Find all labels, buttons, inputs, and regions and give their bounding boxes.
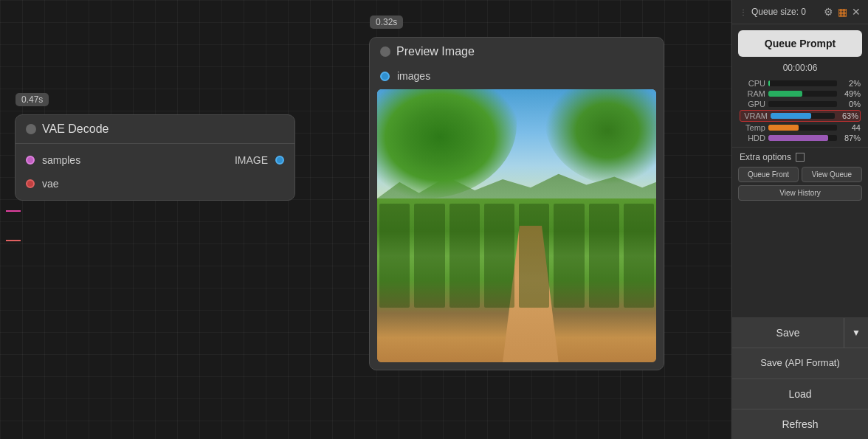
vine-row-1	[379, 204, 410, 308]
view-history-button[interactable]: View History	[738, 185, 862, 201]
save-api-button[interactable]: Save (API Format)	[732, 348, 868, 378]
gpu-stat-row: GPU 0%	[740, 100, 861, 108]
gear-icon[interactable]: ⚙	[824, 6, 833, 18]
vae-node-ports: samples IMAGE vae	[16, 144, 294, 200]
refresh-button[interactable]: Refresh	[732, 409, 868, 439]
temp-bar	[768, 125, 799, 131]
vine-row-6	[554, 204, 584, 308]
vae-decode-node: 0.47s VAE Decode samples IMAGE vae	[15, 114, 295, 201]
vram-stat-row: VRAM 63%	[740, 110, 861, 122]
vine-row-8	[624, 204, 654, 308]
ram-stat-row: RAM 49%	[740, 89, 861, 98]
images-port-dot[interactable]	[380, 72, 390, 81]
hdd-bar	[768, 135, 828, 141]
ram-bar-container	[768, 91, 837, 97]
ram-value: 49%	[840, 89, 861, 98]
image-port-label: IMAGE	[235, 154, 268, 166]
temp-stat-row: Temp 44	[740, 123, 861, 132]
preview-node-title: Preview Image	[396, 45, 475, 58]
vram-bar	[771, 113, 811, 119]
vine-rows	[377, 204, 656, 308]
queue-header: ⋮ Queue size: 0 ⚙ ▦ ✕	[732, 0, 868, 24]
cpu-label: CPU	[740, 79, 765, 88]
images-port-row: images	[370, 66, 664, 89]
queue-dots-icon: ⋮	[740, 8, 747, 16]
vine-row-7	[589, 204, 619, 308]
save-button[interactable]: Save	[732, 318, 844, 348]
extra-options-checkbox[interactable]	[796, 153, 805, 162]
right-panel: ⋮ Queue size: 0 ⚙ ▦ ✕ Queue Prompt 00:00…	[731, 0, 868, 439]
cpu-bar	[768, 80, 770, 86]
temp-bar-container	[768, 125, 837, 131]
images-port-label: images	[397, 70, 430, 82]
queue-prompt-button[interactable]: Queue Prompt	[738, 30, 862, 57]
vae-node-status-dot	[26, 124, 36, 134]
save-row: Save ▼	[732, 317, 868, 348]
vine-row-3	[450, 204, 480, 308]
gpu-label: GPU	[740, 100, 765, 108]
vae-port-left: vae	[26, 178, 59, 190]
samples-port-label: samples	[42, 154, 80, 166]
vine-row-4	[484, 204, 514, 308]
temp-value: 44	[840, 123, 861, 132]
preview-time-badge: 0.32s	[370, 15, 403, 29]
vine-row-5	[519, 204, 549, 308]
save-dropdown-button[interactable]: ▼	[844, 318, 868, 348]
left-red-connector	[6, 240, 21, 241]
queue-size-label: Queue size: 0	[751, 7, 819, 17]
temp-label: Temp	[740, 123, 765, 132]
vae-node-title: VAE Decode	[42, 122, 108, 136]
hdd-bar-container	[768, 135, 837, 141]
vae-port-dot[interactable]	[26, 179, 35, 188]
queue-front-button[interactable]: Queue Front	[738, 167, 799, 182]
vae-port-row: vae	[26, 178, 284, 190]
left-pink-connector	[6, 210, 21, 212]
samples-port-dot[interactable]	[26, 156, 35, 165]
ram-label: RAM	[740, 89, 765, 98]
close-icon[interactable]: ✕	[852, 6, 861, 18]
vram-bar-container	[771, 113, 835, 119]
vineyard-image	[377, 89, 656, 362]
cpu-stat-row: CPU 2%	[740, 79, 861, 88]
gpu-bar-container	[768, 101, 837, 107]
bottom-buttons: Save ▼ Save (API Format) Load Refresh	[732, 317, 868, 439]
preview-node-header: Preview Image	[370, 38, 664, 66]
vram-value: 63%	[838, 111, 858, 120]
preview-node-status-dot	[380, 46, 390, 57]
stats-area: CPU 2% RAM 49% GPU 0% VRAM	[732, 76, 868, 147]
vae-port-label: vae	[42, 178, 59, 190]
vae-node-header: VAE Decode	[16, 115, 294, 144]
ram-bar	[768, 91, 802, 97]
vine-row-2	[414, 204, 444, 308]
hdd-stat-row: HDD 87%	[740, 134, 861, 142]
vram-label: VRAM	[742, 111, 768, 120]
vae-time-badge: 0.47s	[16, 93, 49, 106]
view-queue-button[interactable]: View Queue	[802, 167, 862, 182]
timer-display: 00:00:06	[732, 60, 868, 76]
gpu-value: 0%	[840, 100, 861, 108]
cpu-bar-container	[768, 80, 837, 86]
preview-image-node: 0.32s Preview Image images	[369, 37, 664, 370]
samples-port-row: samples IMAGE	[26, 154, 284, 166]
preview-image-container	[377, 89, 656, 362]
extra-options-row: Extra options	[732, 147, 868, 167]
extra-options-label: Extra options	[740, 152, 791, 162]
hdd-label: HDD	[740, 134, 765, 142]
load-button[interactable]: Load	[732, 378, 868, 409]
action-buttons-row: Queue Front View Queue	[732, 167, 868, 185]
image-port-dot[interactable]	[275, 156, 284, 165]
hdd-value: 87%	[840, 134, 861, 142]
color-palette-icon[interactable]: ▦	[838, 6, 847, 18]
image-port-right: IMAGE	[235, 154, 284, 166]
samples-port-left: samples	[26, 154, 80, 166]
cpu-value: 2%	[840, 79, 861, 88]
